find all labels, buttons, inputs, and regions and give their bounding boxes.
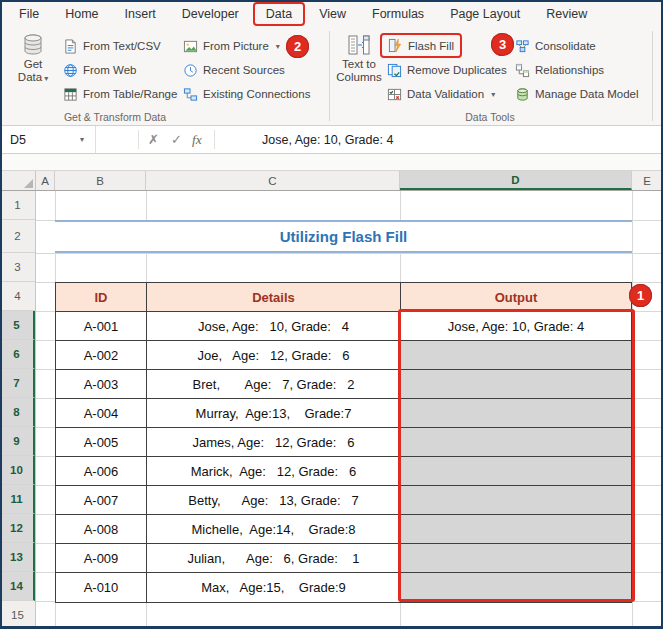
cell-output[interactable] — [401, 341, 631, 370]
text-to-columns-icon — [347, 33, 371, 57]
column-header[interactable]: B — [55, 171, 146, 190]
cell-id[interactable]: A-008 — [56, 515, 147, 544]
existing-connections-label: Existing Connections — [203, 88, 310, 100]
row-header[interactable]: 3 — [0, 253, 35, 282]
table-row: A-004 Murray, Age:13, Grade:7 — [56, 399, 631, 428]
cell-id[interactable]: A-003 — [56, 370, 147, 399]
cell-details[interactable]: Max, Age:15, Grade:9 — [147, 573, 401, 602]
ribbon-tab[interactable]: Developer — [169, 2, 252, 26]
name-box[interactable]: D5 ▾ — [0, 126, 96, 153]
cell-output[interactable] — [401, 457, 631, 486]
ribbon-tab[interactable]: Data — [253, 2, 305, 26]
cell-id[interactable]: A-001 — [56, 312, 147, 341]
header-cell-details[interactable]: Details — [147, 283, 401, 312]
cell-details[interactable]: Murray, Age:13, Grade:7 — [147, 399, 401, 428]
ribbon-tab[interactable]: View — [306, 2, 359, 26]
from-table-range-button[interactable]: From Table/Range — [60, 83, 180, 105]
text-to-columns-button[interactable]: Text to Columns — [334, 30, 384, 108]
row-header[interactable]: 4 — [0, 282, 35, 311]
recent-sources-button[interactable]: Recent Sources — [180, 59, 288, 81]
cell-id[interactable]: A-004 — [56, 399, 147, 428]
existing-connections-button[interactable]: Existing Connections — [180, 83, 313, 105]
flash-fill-button[interactable]: Flash Fill — [380, 33, 462, 58]
cell-output[interactable] — [401, 370, 631, 399]
cell-id[interactable]: A-002 — [56, 341, 147, 370]
column-header[interactable]: D — [400, 171, 632, 190]
cell-output[interactable] — [401, 428, 631, 457]
cell-output[interactable] — [401, 399, 631, 428]
row-header[interactable]: 5 — [0, 311, 35, 340]
data-validation-button[interactable]: Data Validation ▾ — [384, 83, 498, 105]
from-picture-label: From Picture — [203, 40, 269, 52]
select-all-corner[interactable] — [0, 171, 36, 190]
cell-details[interactable]: Betty, Age: 13, Grade: 7 — [147, 486, 401, 515]
globe-icon — [63, 63, 78, 78]
cell-details[interactable]: Michelle, Age:14, Grade:8 — [147, 515, 401, 544]
sheet-grid[interactable]: Utilizing Flash Fill ID Details Output A… — [36, 191, 663, 629]
cell-id[interactable]: A-005 — [56, 428, 147, 457]
cell-id[interactable]: A-010 — [56, 573, 147, 602]
cell-output[interactable]: Jose, Age: 10, Grade: 4 — [401, 312, 631, 341]
annotation-step-3: 3 — [491, 33, 514, 56]
from-web-button[interactable]: From Web — [60, 59, 139, 81]
cell-details[interactable]: Marick, Age: 12, Grade: 6 — [147, 457, 401, 486]
row-header[interactable]: 14 — [0, 572, 35, 601]
ribbon-tab[interactable]: Insert — [112, 2, 169, 26]
chevron-down-icon: ▾ — [44, 74, 48, 83]
header-cell-output[interactable]: Output — [401, 283, 631, 312]
cell-details[interactable]: Bret, Age: 7, Grade: 2 — [147, 370, 401, 399]
column-header[interactable]: A — [36, 171, 55, 190]
column-header[interactable]: E — [632, 171, 663, 190]
cancel-icon[interactable]: ✗ — [148, 126, 159, 153]
row-header[interactable]: 15 — [0, 601, 35, 629]
table-row: A-007 Betty, Age: 13, Grade: 7 — [56, 486, 631, 515]
consolidate-icon — [515, 39, 530, 54]
remove-duplicates-button[interactable]: Remove Duplicates — [384, 59, 510, 81]
consolidate-label: Consolidate — [535, 40, 596, 52]
manage-data-model-label: Manage Data Model — [535, 88, 639, 100]
gridline — [632, 191, 633, 629]
cell-output[interactable] — [401, 515, 631, 544]
group-divider — [329, 31, 330, 121]
enter-icon[interactable]: ✓ — [171, 126, 182, 153]
row-header[interactable]: 6 — [0, 340, 35, 369]
column-header-row: ABCDE — [0, 171, 663, 191]
cell-details[interactable]: Julian, Age: 6, Grade: 1 — [147, 544, 401, 573]
column-header[interactable]: C — [146, 171, 400, 190]
ribbon-tab[interactable]: Page Layout — [437, 2, 533, 26]
row-header[interactable]: 11 — [0, 485, 35, 514]
row-header[interactable]: 8 — [0, 398, 35, 427]
cell-output[interactable] — [401, 544, 631, 573]
row-header[interactable]: 2 — [0, 220, 35, 253]
ribbon-tab[interactable]: Home — [52, 2, 111, 26]
row-header[interactable]: 7 — [0, 369, 35, 398]
from-table-range-label: From Table/Range — [83, 88, 177, 100]
row-header[interactable]: 10 — [0, 456, 35, 485]
get-data-label-1: Get — [24, 58, 43, 70]
row-header[interactable]: 12 — [0, 514, 35, 543]
ribbon-tab[interactable]: Review — [533, 2, 600, 26]
header-cell-id[interactable]: ID — [56, 283, 147, 312]
cell-details[interactable]: Jose, Age: 10, Grade: 4 — [147, 312, 401, 341]
cell-output[interactable] — [401, 486, 631, 515]
from-picture-button[interactable]: From Picture ▾ — [180, 35, 283, 57]
cell-id[interactable]: A-007 — [56, 486, 147, 515]
row-header[interactable]: 9 — [0, 427, 35, 456]
row-header[interactable]: 1 — [0, 191, 35, 220]
get-data-button[interactable]: Get Data▾ — [8, 30, 58, 108]
from-text-csv-button[interactable]: From Text/CSV — [60, 35, 164, 57]
consolidate-button[interactable]: Consolidate — [512, 35, 599, 57]
cell-id[interactable]: A-009 — [56, 544, 147, 573]
row-header[interactable]: 13 — [0, 543, 35, 572]
formula-input[interactable]: Jose, Age: 10, Grade: 4 — [262, 126, 393, 153]
cell-id[interactable]: A-006 — [56, 457, 147, 486]
relationships-button[interactable]: Relationships — [512, 59, 607, 81]
ribbon-tab[interactable]: File — [6, 2, 52, 26]
manage-data-model-button[interactable]: Manage Data Model — [512, 83, 642, 105]
picture-icon — [183, 39, 198, 54]
cell-output[interactable] — [401, 573, 631, 602]
cell-details[interactable]: Joe, Age: 12, Grade: 6 — [147, 341, 401, 370]
ribbon-tab[interactable]: Formulas — [359, 2, 437, 26]
cell-details[interactable]: James, Age: 12, Grade: 6 — [147, 428, 401, 457]
insert-function-icon[interactable]: fx — [192, 126, 202, 153]
